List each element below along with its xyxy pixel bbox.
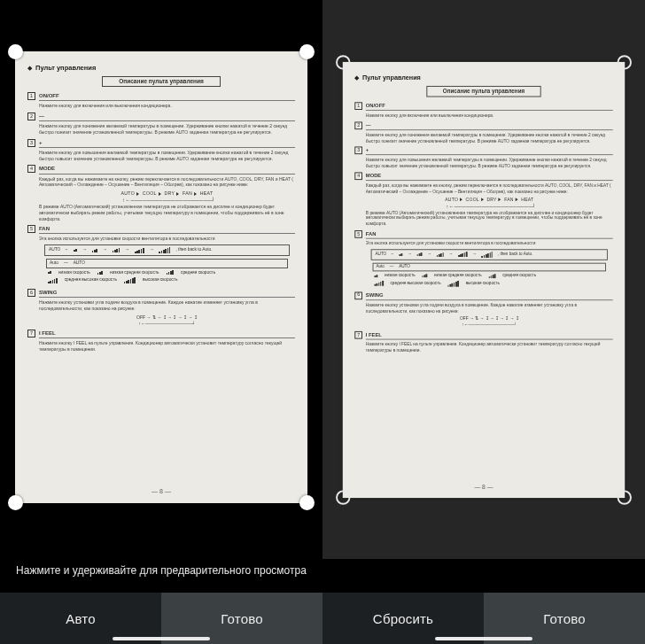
home-indicator[interactable] [435, 637, 532, 640]
item-2-desc: Нажмите кнопку для понижения желаемой те… [39, 123, 295, 136]
item-num-4: 4 [27, 165, 35, 173]
item-4-name: MODE [39, 165, 295, 174]
preview-hint: Нажмите и удерживайте для предварительно… [0, 541, 322, 593]
crop-screen-after: ◆ Пульт управления Описание пульта управ… [322, 0, 645, 644]
item-4-desc1: Каждый раз, когда вы нажимаете на кнопку… [39, 176, 295, 189]
crop-handle-bottom-right[interactable] [618, 490, 632, 504]
item-3-name: + [39, 139, 295, 148]
item-6-desc: Нажмите кнопку установки угла подачи воз… [39, 299, 295, 312]
swing-diagram: OFF → ⇅ → ↧ → ↧ → ↧ → ↧ ↑←──────────────… [39, 314, 295, 327]
item-num-1: 1 [27, 92, 35, 100]
fan-sequence-box: AUTO→ → → → → , then back to Auto. [44, 244, 290, 256]
home-indicator[interactable] [113, 637, 210, 640]
crop-handle-bottom-left[interactable] [8, 495, 23, 510]
scanned-page: ◆ Пульт управления Описание пульта управ… [343, 61, 625, 497]
document-crop-area[interactable]: ◆ Пульт управления Описание пульта управ… [322, 0, 645, 559]
item-num-5: 5 [27, 225, 35, 233]
scanned-page: ◆ Пульт управления Описание пульта управ… [15, 51, 307, 503]
item-6-name: SWING [39, 289, 295, 298]
item-7-desc: Нажмите кнопку I FEEL на пульте управлен… [39, 340, 295, 353]
diamond-icon: ◆ [354, 74, 359, 81]
diamond-icon: ◆ [27, 64, 32, 72]
item-7-name: I FEEL [39, 330, 295, 338]
crop-screen-before: ◆ Пульт управления Описание пульта управ… [0, 0, 322, 644]
crop-handle-bottom-right[interactable] [299, 495, 315, 510]
item-4-desc2: В режиме AUTO (Автоматический) установле… [39, 204, 295, 221]
crop-handle-bottom-left[interactable] [336, 490, 350, 504]
crop-handle-top-right[interactable] [618, 55, 632, 69]
item-3-desc: Нажмите кнопку для повышения желаемой те… [39, 150, 295, 162]
item-5-name: FAN [39, 225, 295, 234]
item-num-7: 7 [27, 330, 35, 338]
item-1-desc: Нажмите кнопку для включения или выключе… [39, 103, 295, 109]
doc-subheader: Описание пульта управления [427, 86, 541, 97]
mode-sequence: AUTO COOL DRY FAN HEAT ↑←───────────────… [39, 190, 295, 204]
document-crop-area[interactable]: ◆ Пульт управления Описание пульта управ… [0, 0, 322, 541]
item-1-name: ON/OFF [39, 92, 295, 101]
item-num-2: 2 [27, 113, 35, 120]
page-number: — 8 — [15, 487, 307, 495]
item-5-desc: Эта кнопка используется для установки ск… [39, 236, 295, 242]
crop-handle-top-right[interactable] [299, 44, 315, 59]
item-num-3: 3 [27, 139, 35, 147]
crop-handle-top-left[interactable] [8, 44, 23, 59]
item-num-6: 6 [27, 289, 35, 297]
item-2-name: — [39, 113, 295, 121]
doc-header: Пульт управления [362, 74, 421, 82]
doc-subheader: Описание пульта управления [102, 76, 221, 88]
doc-header: Пульт управления [35, 64, 96, 73]
crop-handle-top-left[interactable] [336, 55, 350, 69]
